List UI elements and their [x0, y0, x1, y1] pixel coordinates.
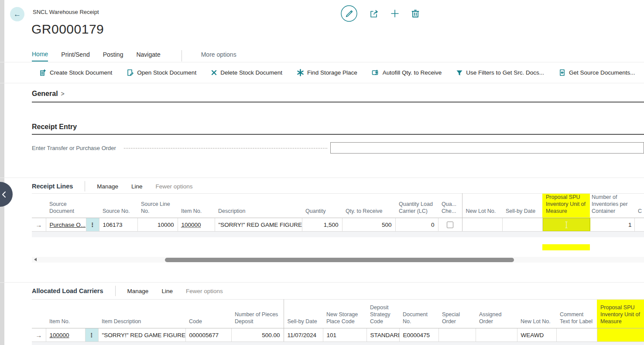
cell-special-order[interactable]: [438, 328, 476, 342]
col-item-no[interactable]: Item No.: [178, 194, 215, 218]
col-new-storage-place-code[interactable]: New Storage Place Code: [323, 300, 367, 328]
receipt-lines-fewer-options[interactable]: Fewer options: [156, 183, 193, 190]
cell-proposal-spu-uom[interactable]: [542, 218, 590, 232]
col-source-line-no[interactable]: Source Line No.: [137, 194, 178, 218]
col-assigned-order[interactable]: Assigned Order: [476, 300, 517, 328]
scroll-left-arrow-icon[interactable]: [34, 258, 37, 261]
col-quality-check[interactable]: Qua... Che...: [438, 194, 462, 218]
grid-empty-strip: [32, 342, 644, 345]
cell-source-document[interactable]: Purchase O...: [46, 218, 86, 232]
col-item-no[interactable]: Item No.: [46, 300, 85, 328]
cell-document-no[interactable]: E0000475: [399, 328, 438, 342]
receipt-lines-manage[interactable]: Manage: [97, 183, 118, 190]
col-proposal-spu-uom[interactable]: Proposal SPU Inventory Unit of Measure: [542, 194, 590, 218]
tab-posting[interactable]: Posting: [103, 51, 123, 61]
col-document-no[interactable]: Document No.: [399, 300, 438, 328]
autofill-icon: [372, 69, 380, 76]
col-source-document[interactable]: Source Document: [46, 194, 86, 218]
col-proposal-spu-uom[interactable]: Proposal SPU Inventory Unit of Measure: [597, 300, 644, 328]
cell-description[interactable]: "SORRY!" RED GAME FIGURES ...: [215, 218, 302, 232]
cell-comment-text[interactable]: [556, 328, 597, 342]
back-button[interactable]: ←: [10, 7, 24, 21]
col-item-description[interactable]: Item Description: [98, 300, 185, 328]
col-qty-to-receive[interactable]: Qty. to Receive: [342, 194, 395, 218]
col-source-no[interactable]: Source No.: [99, 194, 137, 218]
open-stock-document-button[interactable]: Open Stock Document: [127, 69, 196, 76]
delete-button[interactable]: [411, 9, 420, 18]
row-options-ellipsis[interactable]: ⋮: [86, 218, 99, 232]
col-sell-by-date[interactable]: Sell-by Date: [284, 300, 323, 328]
cell-quantity-load-carrier[interactable]: 0: [395, 218, 438, 232]
col-special-order[interactable]: Special Order: [438, 300, 476, 328]
col-deposit-strategy-code[interactable]: Deposit Strategy Code: [367, 300, 399, 328]
chevron-left-icon: [1, 191, 7, 198]
cell-sell-by-date[interactable]: 11/07/2024: [284, 328, 323, 342]
tab-print-send[interactable]: Print/Send: [61, 51, 89, 61]
cell-sell-by-date[interactable]: [502, 218, 542, 232]
quality-check-checkbox[interactable]: [447, 222, 453, 228]
general-expand-chevron-icon[interactable]: >: [61, 90, 65, 97]
col-pieces-deposit[interactable]: Number of Pieces Deposit: [231, 300, 284, 328]
col-quantity[interactable]: Quantity: [302, 194, 342, 218]
col-comment-text[interactable]: Comment Text for Label: [556, 300, 597, 328]
cell-source-line-no[interactable]: 10000: [137, 218, 178, 232]
col-inventories-per-container[interactable]: Number of Inventories per Container: [590, 194, 634, 218]
cell-pieces-deposit[interactable]: 500.00: [231, 328, 284, 342]
cell-quantity[interactable]: 1,500: [302, 218, 342, 232]
cell-item-no[interactable]: 100000: [178, 218, 215, 232]
collapse-pane-button[interactable]: [0, 182, 13, 207]
tab-navigate[interactable]: Navigate: [136, 51, 160, 61]
autofill-qty-button[interactable]: Autofill Qty. to Receive: [372, 69, 442, 76]
tab-home[interactable]: Home: [32, 51, 48, 61]
share-icon: [369, 9, 379, 18]
allocated-line[interactable]: Line: [161, 288, 173, 294]
cell-new-lot-no[interactable]: WEAWD: [517, 328, 556, 342]
scrollbar-thumb[interactable]: [165, 258, 514, 262]
new-button[interactable]: [390, 9, 400, 18]
create-document-icon: [39, 69, 47, 76]
cell-qty-to-receive[interactable]: 500: [342, 218, 395, 232]
page-caption: SNCL Warehouse Receipt: [33, 9, 99, 15]
allocated-manage[interactable]: Manage: [127, 288, 149, 294]
cell-proposal-spu-uom[interactable]: [597, 328, 644, 342]
transfer-order-input[interactable]: [330, 142, 644, 154]
allocated-fewer-options[interactable]: Fewer options: [186, 288, 223, 294]
horizontal-scrollbar[interactable]: [32, 257, 644, 263]
col-new-lot-no[interactable]: New Lot No.: [462, 194, 502, 218]
cell-assigned-order[interactable]: [476, 328, 517, 342]
cell-new-storage-place-code[interactable]: 101: [323, 328, 367, 342]
share-button[interactable]: [369, 9, 379, 18]
cell-cut[interactable]: [634, 218, 644, 232]
cell-item-no[interactable]: 100000: [46, 328, 85, 342]
col-selector: [32, 300, 46, 328]
find-storage-place-button[interactable]: Find Storage Place: [297, 69, 357, 76]
row-selector-arrow[interactable]: →: [32, 328, 46, 342]
row-selector-arrow[interactable]: →: [32, 218, 46, 232]
col-sell-by-date[interactable]: Sell-by Date: [502, 194, 542, 218]
cell-new-lot-no[interactable]: [462, 218, 502, 232]
cell-inventories-per-container[interactable]: 1: [590, 218, 634, 232]
filter-icon: [456, 69, 463, 76]
use-filters-button[interactable]: Use Filters to Get Src. Docs...: [456, 69, 544, 76]
general-section-header[interactable]: General >: [32, 90, 65, 98]
cell-code[interactable]: 000005677: [185, 328, 231, 342]
delete-stock-document-button[interactable]: Delete Stock Document: [211, 69, 282, 76]
edit-button[interactable]: [340, 5, 358, 22]
cell-deposit-strategy-code[interactable]: STANDARD: [367, 328, 399, 342]
col-new-lot-no[interactable]: New Lot No.: [517, 300, 556, 328]
create-stock-document-button[interactable]: Create Stock Document: [39, 69, 112, 76]
receipt-entry-section-header: Receipt Entry: [32, 123, 77, 131]
col-quantity-load-carrier[interactable]: Quantity Load Carrier (LC): [395, 194, 438, 218]
more-options[interactable]: More options: [201, 51, 236, 61]
col-description[interactable]: Description: [215, 194, 302, 218]
asterisk-icon: [297, 69, 304, 76]
col-cut[interactable]: C: [634, 194, 644, 218]
cell-source-no[interactable]: 106173: [99, 218, 137, 232]
back-arrow-icon: ←: [14, 10, 21, 19]
col-code[interactable]: Code: [185, 300, 231, 328]
get-source-documents-button[interactable]: Get Source Documents...: [558, 69, 635, 76]
cell-item-description[interactable]: "SORRY!" RED GAME FIGURES ...: [98, 328, 185, 342]
receipt-lines-line[interactable]: Line: [131, 183, 143, 190]
row-options-ellipsis[interactable]: ⋮: [85, 328, 98, 342]
grid-empty-strip: [32, 232, 644, 237]
